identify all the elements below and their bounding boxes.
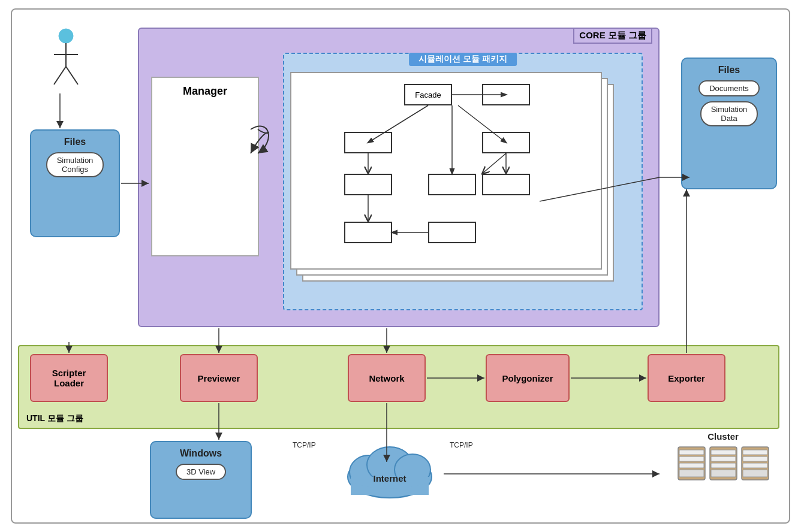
uml-box-br2 <box>482 174 530 195</box>
manager-box: Manager <box>151 77 259 256</box>
svg-rect-22 <box>679 450 704 455</box>
network-module: Network <box>348 354 426 402</box>
svg-text:Internet: Internet <box>373 473 406 483</box>
windows-oval1: 3D View <box>176 464 226 480</box>
svg-line-4 <box>66 66 78 84</box>
tcpip-right-label: TCP/IP <box>450 441 473 449</box>
svg-rect-25 <box>679 470 704 477</box>
files-right: Files Documents SimulationData <box>681 58 777 189</box>
previewer-module: Previewer <box>180 354 258 402</box>
uml-box-tr <box>482 84 530 105</box>
facade-box: Facade <box>404 84 452 105</box>
files-left: Files SimulationConfigs <box>30 129 120 237</box>
uml-area: Facade <box>296 78 596 264</box>
diagram-container: CORE 모듈 그룹 Manager 시뮬레이션 모듈 패키지 Facade <box>11 8 790 524</box>
svg-line-11 <box>482 153 506 174</box>
windows-box: Windows 3D View <box>150 441 252 519</box>
core-group: CORE 모듈 그룹 Manager 시뮬레이션 모듈 패키지 Facade <box>138 28 660 327</box>
svg-rect-27 <box>711 450 736 455</box>
uml-box-bottom2 <box>428 222 476 243</box>
svg-rect-33 <box>743 457 767 461</box>
polygonizer-module: Polygonizer <box>486 354 570 402</box>
tcpip-left-label: TCP/IP <box>293 441 316 449</box>
person-figure <box>42 28 90 90</box>
uml-box-mr <box>482 132 530 153</box>
scripter-module: ScripterLoader <box>30 354 108 402</box>
uml-box-br1 <box>428 174 476 195</box>
svg-rect-32 <box>743 450 767 455</box>
paper-front: Facade <box>290 72 602 270</box>
svg-rect-28 <box>711 457 736 461</box>
svg-rect-23 <box>679 457 704 461</box>
files-right-oval1: Documents <box>698 80 760 96</box>
util-group-label: UTIL 모듈 그룹 <box>26 413 83 424</box>
uml-box-bottom <box>344 222 392 243</box>
svg-rect-35 <box>743 470 767 477</box>
exporter-module: Exporter <box>648 354 725 402</box>
core-group-label: CORE 모듈 그룹 <box>573 28 652 44</box>
facade-area: Facade <box>290 72 632 300</box>
cluster-box: Cluster <box>669 429 777 519</box>
uml-box-ml <box>344 132 392 153</box>
svg-rect-30 <box>711 470 736 477</box>
manager-label: Manager <box>152 85 258 98</box>
windows-title: Windows <box>180 448 222 459</box>
sim-package-label: 시뮬레이션 모듈 패키지 <box>409 53 517 66</box>
files-right-title: Files <box>718 65 740 75</box>
files-left-oval1: SimulationConfigs <box>46 152 104 177</box>
svg-rect-34 <box>743 463 767 468</box>
internet-cloud: Internet <box>336 435 444 507</box>
svg-rect-29 <box>711 463 736 468</box>
files-left-title: Files <box>64 137 86 147</box>
svg-rect-24 <box>679 463 704 468</box>
sim-package: 시뮬레이션 모듈 패키지 Facade <box>283 53 643 310</box>
files-right-oval2: SimulationData <box>700 101 758 126</box>
svg-text:Cluster: Cluster <box>707 431 739 442</box>
uml-box-bl1 <box>344 174 392 195</box>
svg-point-0 <box>59 29 73 43</box>
svg-line-3 <box>54 66 66 84</box>
